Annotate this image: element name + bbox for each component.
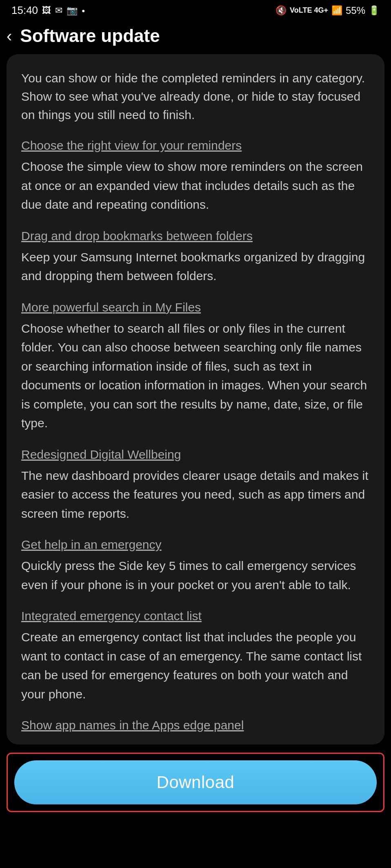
mute-icon: 🔇	[275, 5, 287, 16]
time-display: 15:40	[11, 4, 38, 17]
feature-title-1[interactable]: Drag and drop bookmarks between folders	[21, 229, 370, 243]
status-right: 🔇 VoLTE 4G+ 📶 55% 🔋	[275, 5, 380, 16]
photo-icon: 🖼	[42, 5, 51, 16]
feature-block-1: Drag and drop bookmarks between folders …	[21, 229, 370, 286]
feature-description-4: Quickly press the Side key 5 times to ca…	[21, 559, 356, 592]
feature-title-0[interactable]: Choose the right view for your reminders	[21, 139, 370, 152]
feature-title-2[interactable]: More powerful search in My Files	[21, 300, 370, 314]
feature-description-0: Choose the simple view to show more remi…	[21, 160, 363, 211]
feature-title-5[interactable]: Integrated emergency contact list	[21, 609, 370, 623]
feature-description-3: The new dashboard provides clearer usage…	[21, 469, 369, 520]
status-left: 15:40 🖼 ✉ 📷 ●	[11, 4, 85, 17]
partial-feature-title[interactable]: Show app names in the Apps edge panel	[21, 718, 244, 732]
feature-block-3: Redesigned Digital Wellbeing The new das…	[21, 448, 370, 523]
partial-feature-block: Show app names in the Apps edge panel	[21, 718, 370, 732]
page-title: Software update	[20, 26, 160, 46]
feature-description-5: Create an emergency contact list that in…	[21, 630, 362, 701]
intro-text: You can show or hide the completed remin…	[21, 71, 365, 121]
back-button[interactable]: ‹	[7, 28, 12, 44]
feature-title-4[interactable]: Get help in an emergency	[21, 538, 370, 552]
feature-description-2: Choose whether to search all files or on…	[21, 322, 367, 430]
signal-icon: 📶	[331, 5, 342, 16]
dot-indicator: ●	[82, 7, 85, 14]
intro-block: You can show or hide the completed remin…	[21, 69, 370, 124]
feature-block-5: Integrated emergency contact list Create…	[21, 609, 370, 704]
download-container: Download	[7, 753, 384, 812]
network-icon: VoLTE 4G+	[290, 6, 328, 15]
feature-block-4: Get help in an emergency Quickly press t…	[21, 538, 370, 594]
instagram-icon: 📷	[67, 5, 78, 16]
battery-icon: 🔋	[369, 5, 380, 16]
mail-icon: ✉	[55, 5, 62, 16]
content-card: You can show or hide the completed remin…	[7, 54, 384, 744]
download-button[interactable]: Download	[14, 760, 377, 804]
page-header: ‹ Software update	[0, 19, 391, 54]
battery-text: 55%	[346, 5, 365, 16]
status-bar: 15:40 🖼 ✉ 📷 ● 🔇 VoLTE 4G+ 📶 55% 🔋	[0, 0, 391, 19]
feature-block-0: Choose the right view for your reminders…	[21, 139, 370, 214]
feature-title-3[interactable]: Redesigned Digital Wellbeing	[21, 448, 370, 462]
feature-block-2: More powerful search in My Files Choose …	[21, 300, 370, 433]
feature-description-1: Keep your Samsung Internet bookmarks org…	[21, 250, 365, 283]
